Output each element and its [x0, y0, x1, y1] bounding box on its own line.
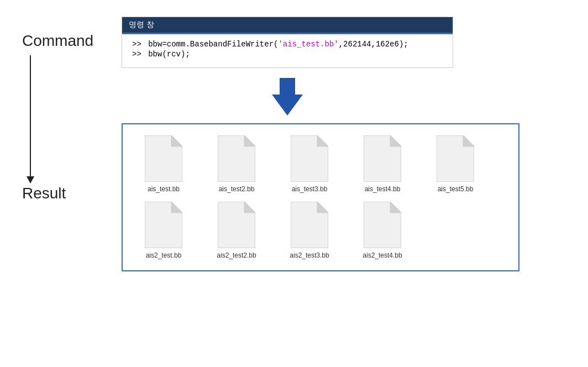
- files-row-1: ais_test.bb ais_test2.bb: [136, 135, 505, 193]
- main-container: Command Result 명령 창 >> bbw=comm.Baseband…: [0, 0, 588, 367]
- svg-marker-7: [390, 135, 401, 146]
- down-arrow-container: [122, 68, 453, 123]
- file-name: ais2_test2.bb: [217, 251, 256, 259]
- code-after-1: ,262144,162e6);: [339, 40, 408, 49]
- files-row-2: ais2_test.bb ais2_test2.bb: [136, 202, 505, 259]
- result-label: Result: [22, 185, 66, 202]
- svg-marker-9: [463, 135, 474, 146]
- code-before-2: bbw(rcv);: [144, 50, 190, 59]
- code-string-1: 'ais_test.bb': [278, 40, 338, 49]
- list-item: ais2_test.bb: [136, 202, 191, 259]
- svg-marker-5: [317, 135, 328, 146]
- file-icon: [145, 135, 182, 182]
- command-label: Command: [22, 32, 93, 50]
- command-window: 명령 창 >> bbw=comm.BasebandFileWriter('ais…: [122, 17, 453, 68]
- down-arrow-group: [272, 78, 303, 116]
- list-item: ais2_test4.bb: [355, 202, 410, 259]
- file-icon: [145, 202, 182, 248]
- svg-marker-11: [171, 202, 182, 213]
- command-line-1: >> bbw=comm.BasebandFileWriter('ais_test…: [132, 40, 443, 49]
- file-name: ais_test2.bb: [219, 185, 255, 193]
- svg-marker-13: [244, 202, 255, 213]
- file-name: ais2_test3.bb: [290, 251, 329, 259]
- file-name: ais2_test.bb: [146, 251, 182, 259]
- vertical-arrow: [30, 55, 31, 177]
- left-column: Command Result: [22, 17, 111, 350]
- arrow-head: [272, 95, 303, 116]
- svg-marker-3: [244, 135, 255, 146]
- svg-marker-1: [171, 135, 182, 146]
- list-item: ais_test2.bb: [209, 135, 264, 193]
- prompt-1: >>: [132, 40, 141, 49]
- file-name: ais_test.bb: [148, 185, 180, 193]
- file-name: ais_test5.bb: [438, 185, 474, 193]
- list-item: ais2_test3.bb: [282, 202, 337, 259]
- command-line-2: >> bbw(rcv);: [132, 50, 443, 59]
- svg-marker-17: [390, 202, 401, 213]
- result-box: ais_test.bb ais_test2.bb: [122, 123, 519, 271]
- right-column: 명령 창 >> bbw=comm.BasebandFileWriter('ais…: [111, 17, 566, 350]
- file-name: ais_test4.bb: [365, 185, 401, 193]
- list-item: ais_test.bb: [136, 135, 191, 193]
- list-item: ais2_test2.bb: [209, 202, 264, 259]
- file-icon: [364, 202, 401, 248]
- list-item: ais_test5.bb: [428, 135, 483, 193]
- command-body: >> bbw=comm.BasebandFileWriter('ais_test…: [122, 33, 453, 67]
- prompt-2: >>: [132, 50, 141, 59]
- arrow-shaft: [280, 78, 295, 95]
- command-titlebar: 명령 창: [122, 17, 453, 33]
- file-name: ais2_test4.bb: [363, 251, 402, 259]
- svg-marker-15: [317, 202, 328, 213]
- file-icon: [291, 202, 328, 248]
- file-icon: [437, 135, 474, 182]
- list-item: ais_test3.bb: [282, 135, 337, 193]
- file-icon: [364, 135, 401, 182]
- file-name: ais_test3.bb: [292, 185, 328, 193]
- file-icon: [218, 135, 255, 182]
- code-before-1: bbw=comm.BasebandFileWriter(: [144, 40, 279, 49]
- file-icon: [291, 135, 328, 182]
- list-item: ais_test4.bb: [355, 135, 410, 193]
- file-icon: [218, 202, 255, 248]
